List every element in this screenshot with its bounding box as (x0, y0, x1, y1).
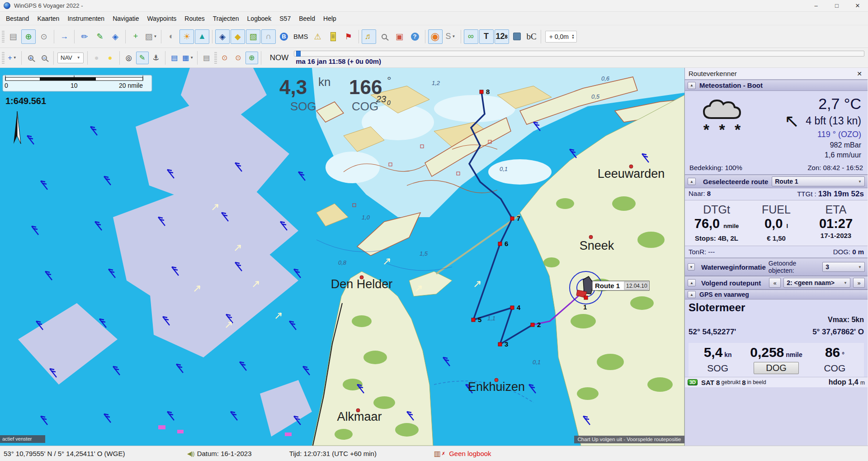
gps-connection-info-icon[interactable]: ⊕ (21, 29, 36, 44)
chart-manager-icon[interactable]: ▤ (200, 52, 213, 64)
search-icon[interactable] (377, 29, 392, 44)
waypoint-marker-2[interactable] (531, 323, 534, 327)
edit-route-icon[interactable]: ✏ (77, 29, 92, 44)
menu-item-navigatie[interactable]: Navigatie (108, 13, 143, 24)
window-layout-icon[interactable]: ▣ (392, 29, 407, 44)
s57-symbols-icon[interactable]: S▼ (443, 29, 458, 44)
night-view-icon[interactable]: ◐ (164, 29, 179, 44)
route-section-header[interactable]: ▲ Geselecteerde route Route 1 ▼ (685, 175, 868, 188)
chart-stamp-icon[interactable]: ▨▼ (144, 29, 158, 44)
handheld-device-icon[interactable]: ▤ (6, 29, 20, 44)
simulated-time: ma 16 jan 11:58 (+ 0u 00m) (294, 57, 864, 65)
depth-knots-icon[interactable]: ∞ (464, 29, 478, 44)
chart-layer-icon: ▧ (249, 32, 257, 42)
time-back-icon[interactable]: ⊙ (218, 52, 231, 64)
waypoint-marker-4[interactable] (510, 306, 514, 309)
edit-track-icon[interactable]: ✎ (93, 29, 107, 44)
menu-item-trajecten[interactable]: Trajecten (209, 13, 243, 24)
depth-shading-icon[interactable] (510, 29, 524, 44)
backlight-dim-icon[interactable]: ● (90, 52, 103, 64)
grib-import-icon[interactable]: ▲ (195, 29, 209, 44)
instrument-info-icon[interactable]: ⊙ (37, 29, 51, 44)
time-forward-icon[interactable]: ⊙ (232, 52, 245, 64)
waypoint-marker-5[interactable] (472, 318, 475, 322)
chart-layer-icon[interactable]: ▧ (246, 29, 260, 44)
svg-text:23: 23 (376, 94, 386, 104)
waypoint-marker-6[interactable] (498, 242, 502, 246)
buoyage-icon[interactable]: ◈ (215, 29, 230, 44)
route-wizard-icon[interactable]: ◈ (108, 29, 123, 44)
flag-icon[interactable]: ⚑ (341, 29, 356, 44)
insert-waypoint-icon[interactable]: + (128, 29, 143, 44)
collapse-icon[interactable]: ▲ (688, 178, 696, 185)
center-vessel-icon[interactable]: ◎ (123, 52, 135, 64)
text-labels-icon: T (484, 32, 489, 41)
collapse-icon[interactable]: ▲ (688, 82, 696, 89)
record-route-icon[interactable]: ◉ (428, 29, 443, 44)
menu-item-s57[interactable]: S57 (275, 13, 295, 24)
insert-waypoint-icon: + (133, 32, 138, 41)
collapse-icon[interactable]: ▲ (688, 291, 696, 298)
sat-count: SAT 8 (701, 379, 720, 386)
menu-item-logboek[interactable]: Logboek (243, 13, 276, 24)
zoom-in-icon[interactable]: + (24, 52, 37, 64)
panel-close-icon[interactable]: ✕ (855, 70, 864, 77)
meteo-section-header[interactable]: ▲ Meteostation - Boot (685, 80, 868, 91)
anchor-watch-icon[interactable]: ⚓ (150, 52, 162, 64)
sound-alert-icon[interactable]: ♬ (362, 29, 376, 44)
logbook-icon[interactable]: ▥ (434, 449, 441, 458)
plan-route-icon[interactable]: ✎ (136, 52, 149, 64)
waypoint-marker-3[interactable] (498, 342, 502, 346)
text-labels-icon[interactable]: T (479, 29, 494, 44)
collapse-icon[interactable]: ▼ (688, 263, 695, 271)
goto-position-icon[interactable]: → (57, 29, 71, 44)
ruler-icon: ☰ (330, 32, 336, 41)
chart-canvas[interactable]: 1,20,60,50,11,50,81,10,11,0 Route 1 12.0… (0, 68, 684, 446)
nav-mode-dropdown[interactable]: NAV▼ (57, 52, 84, 63)
pan-mode-icon[interactable]: +▼ (6, 52, 19, 64)
route-select-dropdown[interactable]: Route 1 ▼ (772, 176, 865, 186)
dog-button[interactable]: DOG (754, 362, 799, 374)
menu-item-kaarten[interactable]: Kaarten (33, 13, 63, 24)
menu-item-help[interactable]: Help (319, 13, 340, 24)
maximize-button[interactable]: □ (826, 0, 847, 11)
ruler-icon[interactable]: ☰ (326, 29, 340, 44)
menu-item-routes[interactable]: Routes (180, 13, 208, 24)
waterway-section-header[interactable]: ▼ Waterweginformatie Getoonde objecten: … (685, 258, 868, 276)
hdop-value: hdop 1,4 (829, 378, 859, 386)
next-point-button[interactable]: » (853, 278, 865, 288)
menu-item-waypoints[interactable]: Waypoints (143, 13, 181, 24)
split-view-icon[interactable]: ▦▼ (182, 52, 194, 64)
menu-item-bestand[interactable]: Bestand (2, 13, 33, 24)
chevron-down-icon: ▼ (858, 180, 862, 184)
warnings-icon[interactable]: ⚠ (311, 29, 325, 44)
help-icon[interactable]: ? (408, 29, 422, 44)
chart-window-icon[interactable]: ▤ (168, 52, 181, 64)
menu-item-beeld[interactable]: Beeld (295, 13, 319, 24)
collapse-icon[interactable]: ▲ (688, 279, 696, 286)
waypoint-marker-8[interactable] (480, 90, 483, 94)
weather-overlay-icon[interactable]: ☀ (179, 29, 194, 44)
time-slider-marker[interactable] (296, 51, 301, 57)
soundings-icon[interactable]: 128 (495, 29, 509, 44)
previous-point-button[interactable]: « (769, 278, 781, 288)
zoom-out-icon[interactable]: − (38, 52, 51, 64)
gps-section-header[interactable]: ▲ GPS en vaarweg (685, 290, 868, 299)
shown-objects-dropdown[interactable]: 3 ▼ (822, 262, 865, 272)
tide-offset-spinner[interactable]: + 0,0m▲▼ (545, 31, 577, 43)
close-button[interactable]: ✕ (847, 0, 868, 11)
toolbar-grip (2, 31, 5, 43)
bridges-tunnels-icon[interactable]: ∩ (261, 29, 276, 44)
bms-icon[interactable]: B (277, 29, 291, 44)
waypoint-marker-7[interactable] (510, 217, 514, 220)
menu-item-instrumenten[interactable]: Instrumenten (63, 13, 108, 24)
next-point-dropdown[interactable]: 2: <geen naam> ▼ (783, 278, 850, 288)
next-point-section-header[interactable]: ▲ Volgend routepunt « 2: <geen naam> ▼ » (685, 276, 868, 290)
minimize-button[interactable]: – (806, 0, 826, 11)
navigation-marks-icon[interactable]: ◆ (231, 29, 245, 44)
track-time-icon[interactable]: ⊕ (245, 52, 258, 64)
time-slider-track[interactable] (294, 51, 864, 57)
backlight-on-icon[interactable]: ● (104, 52, 117, 64)
logbook-status[interactable]: Geen logbook (449, 450, 491, 457)
waypoint-marker-1[interactable] (584, 296, 588, 299)
